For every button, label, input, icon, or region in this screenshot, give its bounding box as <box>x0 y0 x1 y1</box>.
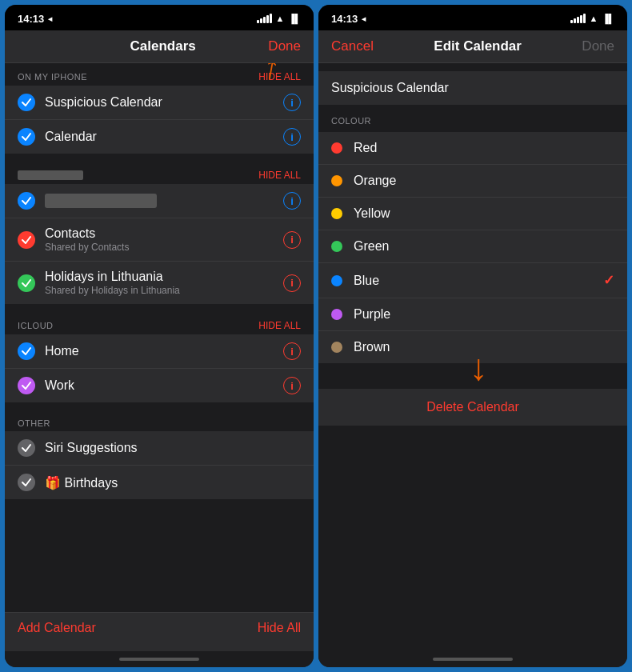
signal-icon <box>257 14 272 23</box>
right-scroll-area: COLOUR Red Orange Yellow Green <box>318 63 627 651</box>
gift-icon: 🎁 <box>45 476 64 490</box>
section-gap-2 <box>5 304 314 312</box>
left-status-icons: ▲ ▐▌ <box>257 14 301 23</box>
section-gap-1 <box>5 154 314 162</box>
calendar-name: Calendar <box>45 130 283 144</box>
blue-label: Blue <box>354 274 603 288</box>
delete-calendar-button[interactable]: Delete Calendar <box>426 400 519 414</box>
contacts-cal-sub: Shared by Contacts <box>45 242 283 253</box>
home-check[interactable] <box>18 342 35 360</box>
on-my-iphone-section-header: ON MY IPHONE HIDE ALL <box>5 63 314 86</box>
cancel-button[interactable]: Cancel <box>331 38 374 54</box>
colour-section-label: COLOUR <box>318 113 627 132</box>
check-icon <box>21 278 32 289</box>
table-row: Holidays in Lithuania Shared by Holidays… <box>5 262 314 304</box>
right-done-button[interactable]: Done <box>582 38 614 54</box>
colour-row-orange[interactable]: Orange <box>318 165 627 198</box>
right-home-indicator <box>318 651 627 667</box>
colour-row-purple[interactable]: Purple <box>318 298 627 331</box>
shared-group: blurred text here i Contacts Shared by C… <box>5 184 314 304</box>
work-check[interactable] <box>18 377 35 394</box>
check-icon <box>21 477 32 488</box>
left-nav-bar: Calendars Done <box>5 30 314 63</box>
contacts-check[interactable] <box>18 231 35 249</box>
colour-section: COLOUR Red Orange Yellow Green <box>318 105 627 363</box>
colour-rows-group: Red Orange Yellow Green Blue ✓ <box>318 132 627 363</box>
blurred-name: blurred text here <box>45 194 157 208</box>
home-info-button[interactable]: i <box>283 342 301 360</box>
hide-all-icloud-button[interactable]: HIDE ALL <box>258 320 301 331</box>
right-status-icons: ▲ ▐▌ <box>570 14 614 23</box>
calendar-check[interactable] <box>18 128 35 146</box>
home-cal-info: Home <box>45 344 283 358</box>
red-dot <box>331 142 342 154</box>
check-icon <box>21 195 32 206</box>
work-info-button[interactable]: i <box>283 377 301 394</box>
siri-cal-info: Siri Suggestions <box>45 441 301 455</box>
calendar-name-group <box>318 71 627 105</box>
holidays-cal-sub: Shared by Holidays in Lithuania <box>45 285 283 296</box>
brown-dot <box>331 342 342 353</box>
blurred-cal-info: blurred text here <box>45 194 283 208</box>
done-button[interactable]: Done <box>268 38 301 54</box>
right-signal-icon <box>570 14 586 23</box>
suspicious-calendar-check[interactable] <box>18 94 35 111</box>
birthdays-check[interactable] <box>18 474 35 491</box>
yellow-dot <box>331 208 342 219</box>
right-home-bar <box>433 658 513 661</box>
red-label: Red <box>354 141 614 155</box>
on-my-iphone-label: ON MY IPHONE <box>18 72 87 82</box>
blurred-check[interactable] <box>18 192 35 210</box>
left-home-indicator <box>5 651 314 667</box>
colour-row-blue[interactable]: Blue ✓ <box>318 263 627 298</box>
right-battery-icon: ▐▌ <box>602 14 614 23</box>
holidays-cal-info: Holidays in Lithuania Shared by Holidays… <box>45 270 283 296</box>
hide-all-iphone-button[interactable]: HIDE ALL <box>258 71 301 82</box>
hide-all-shared-button[interactable]: HIDE ALL <box>258 170 301 181</box>
suspicious-calendar-info-button[interactable]: i <box>283 94 301 111</box>
table-row: 🎁 Birthdays <box>5 466 314 499</box>
hide-all-button[interactable]: Hide All <box>258 621 301 635</box>
calendar-name-input[interactable] <box>318 71 627 105</box>
bottom-spacer <box>5 507 314 555</box>
yellow-label: Yellow <box>354 206 614 221</box>
check-icon <box>21 234 32 246</box>
purple-label: Purple <box>354 307 614 322</box>
siri-check[interactable] <box>18 439 35 457</box>
holidays-cal-name: Holidays in Lithuania <box>45 270 283 284</box>
blurred-info-button[interactable]: i <box>283 192 301 210</box>
work-cal-info: Work <box>45 378 283 393</box>
colour-row-red[interactable]: Red <box>318 132 627 165</box>
holidays-info-button[interactable]: i <box>283 274 301 292</box>
add-calendar-button[interactable]: Add Calendar <box>18 621 96 635</box>
right-section-gap-1 <box>318 63 627 71</box>
table-row: Suspicious Calendar ↑ i <box>5 86 314 120</box>
table-row: Siri Suggestions <box>5 431 314 466</box>
check-icon <box>21 97 32 108</box>
location-icon: ◂ <box>48 14 52 23</box>
shared-section-header: ••••• HIDE ALL <box>5 162 314 184</box>
colour-row-yellow[interactable]: Yellow <box>318 198 627 230</box>
icloud-group: Home i Work i <box>5 334 314 402</box>
battery-icon: ▐▌ <box>288 14 301 23</box>
contacts-info-button[interactable]: i <box>283 231 301 249</box>
delete-section: ↓ Delete Calendar <box>318 389 627 426</box>
colour-row-green[interactable]: Green <box>318 230 627 263</box>
left-phone-screen: 14:13 ◂ ▲ ▐▌ Calendars Done ON MY IPHONE… <box>5 5 314 667</box>
calendar-info: Calendar <box>45 130 283 144</box>
home-bar <box>119 658 199 661</box>
work-cal-name: Work <box>45 378 283 393</box>
colour-row-brown[interactable]: Brown <box>318 331 627 363</box>
right-wifi-icon: ▲ <box>590 14 598 23</box>
other-label: OTHER <box>18 418 50 428</box>
calendar-info-button[interactable]: i <box>283 128 301 146</box>
table-row: Calendar i <box>5 120 314 154</box>
left-time: 14:13 ◂ <box>18 13 52 25</box>
orange-label: Orange <box>354 174 614 188</box>
suspicious-calendar-name: Suspicious Calendar <box>45 95 283 110</box>
orange-dot <box>331 175 342 186</box>
wifi-icon: ▲ <box>276 14 285 23</box>
holidays-check[interactable] <box>18 274 35 292</box>
right-nav-title: Edit Calendar <box>434 38 522 54</box>
right-time: 14:13 ◂ <box>331 13 366 25</box>
